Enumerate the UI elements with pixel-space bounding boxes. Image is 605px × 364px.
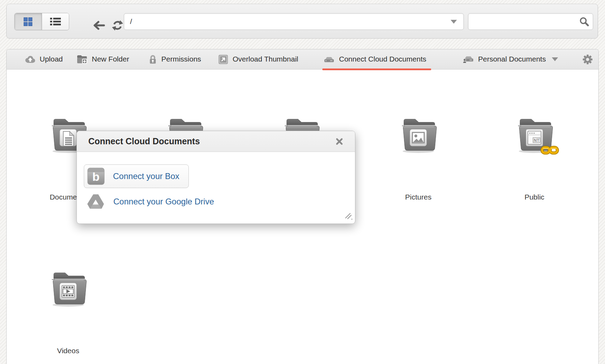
chevron-down-icon: [451, 20, 457, 24]
nt-badge-text: NT: [534, 138, 540, 143]
folder-icon-public: NT: [513, 116, 556, 157]
dialog-title: Connect Cloud Documents: [88, 136, 200, 146]
refresh-icon: [112, 19, 123, 31]
gear-icon: [582, 54, 593, 65]
folder-pictures[interactable]: Pictures: [380, 116, 457, 201]
google-drive-icon: [87, 194, 105, 210]
permissions-button[interactable]: Permissions: [149, 49, 201, 69]
path-dropdown-button[interactable]: [451, 20, 457, 24]
folder-label-public: Public: [496, 193, 573, 201]
dialog-header[interactable]: Connect Cloud Documents: [77, 131, 355, 152]
personal-documents-menu[interactable]: Personal Documents: [463, 49, 558, 69]
folder-public[interactable]: NT Public: [496, 116, 573, 201]
personal-documents-label: Personal Documents: [478, 55, 546, 63]
path-field-wrap: [124, 13, 464, 30]
overload-thumbnail-button[interactable]: Overload Thumbnail: [218, 49, 298, 69]
list-view-icon: [50, 17, 61, 26]
search-icon: [579, 17, 589, 26]
close-button[interactable]: [334, 136, 345, 147]
overload-thumbnail-icon: [218, 55, 228, 64]
overload-thumbnail-label: Overload Thumbnail: [233, 55, 298, 63]
upload-label: Upload: [40, 55, 63, 63]
back-arrow-icon: [92, 21, 105, 30]
connect-box-label: Connect your Box: [113, 171, 179, 181]
personal-drive-icon: [463, 55, 474, 64]
upload-cloud-icon: [25, 55, 35, 63]
new-folder-button[interactable]: New Folder: [76, 49, 129, 69]
search-field-wrap: [468, 13, 593, 30]
connect-cloud-documents-label: Connect Cloud Documents: [339, 55, 426, 63]
connect-box-button[interactable]: b Connect your Box: [84, 164, 189, 188]
new-folder-label: New Folder: [92, 55, 129, 63]
settings-button[interactable]: [582, 54, 593, 66]
folder-label-pictures: Pictures: [380, 193, 457, 201]
lock-icon: [149, 55, 157, 64]
box-letter: b: [92, 170, 100, 183]
chevron-down-icon: [552, 57, 558, 61]
top-toolbar: [6, 4, 598, 39]
folder-icon-videos: [47, 269, 90, 310]
connect-cloud-documents-dialog: Connect Cloud Documents b Connect your B…: [76, 131, 355, 224]
box-logo-icon: b: [87, 168, 105, 185]
shared-link-icon: [540, 145, 559, 157]
refresh-button[interactable]: [112, 19, 123, 33]
permissions-label: Permissions: [161, 55, 201, 63]
list-view-button[interactable]: [42, 13, 69, 30]
grid-view-icon: [23, 17, 33, 26]
search-button[interactable]: [579, 17, 589, 28]
search-input[interactable]: [468, 13, 593, 30]
cloud-drive-icon: [324, 56, 334, 63]
resize-handle[interactable]: [344, 211, 353, 222]
folder-videos[interactable]: Videos: [30, 269, 106, 355]
connect-google-drive-label: Connect your Google Drive: [113, 197, 214, 207]
back-button[interactable]: [92, 21, 105, 32]
connect-google-drive-link[interactable]: Connect your Google Drive: [87, 194, 214, 210]
connect-cloud-documents-tab[interactable]: Connect Cloud Documents: [324, 49, 426, 69]
resize-grip-icon: [344, 211, 353, 220]
new-folder-icon: [76, 55, 87, 64]
path-input[interactable]: [124, 13, 464, 30]
view-toggle-group: [14, 13, 69, 30]
action-toolbar: Upload New Folder Permissions: [7, 49, 598, 70]
grid-view-button[interactable]: [15, 13, 42, 30]
upload-button[interactable]: Upload: [25, 49, 63, 69]
folder-label-videos: Videos: [30, 347, 106, 355]
close-icon: [335, 137, 344, 146]
folder-icon-pictures: [397, 116, 440, 157]
